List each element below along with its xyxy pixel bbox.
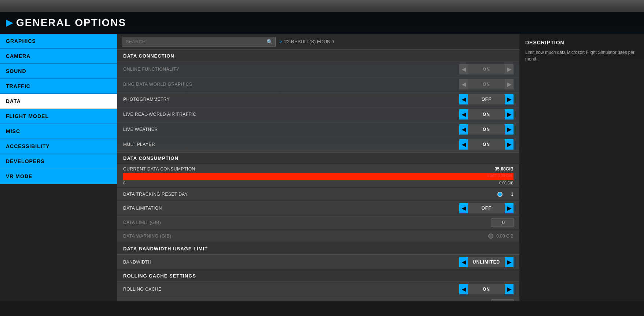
tracking-reset-value: 1	[506, 192, 514, 197]
sidebar-item-sound[interactable]: SOUND	[0, 64, 117, 79]
bandwidth-left-btn[interactable]: ◀	[459, 257, 468, 267]
multiplayer-value: ON	[468, 139, 505, 150]
bandwidth-right-btn[interactable]: ▶	[505, 257, 514, 267]
sidebar-item-accessibility[interactable]: ACCESSIBILITY	[0, 139, 117, 154]
photogrammetry-value: OFF	[468, 94, 505, 104]
section-data-consumption: DATA CONSUMPTION	[117, 152, 519, 164]
live-weather-control: ◀ ON ▶	[459, 124, 514, 135]
sidebar-item-misc[interactable]: MISC	[0, 124, 117, 139]
main-container: ▶ GENERAL OPTIONS GRAPHICS CAMERA SOUND …	[0, 12, 644, 301]
search-icon: 🔍	[266, 39, 273, 45]
data-limitation-left-btn[interactable]: ◀	[459, 203, 468, 213]
live-traffic-right-btn[interactable]: ▶	[505, 109, 514, 120]
data-limit-input[interactable]	[492, 218, 514, 227]
sidebar-item-vr-mode[interactable]: VR MODE	[0, 169, 117, 184]
sidebar-label-flight-model: FLIGHT MODEL	[6, 113, 49, 119]
data-limitation-value: OFF	[468, 203, 505, 213]
bing-data-right-btn[interactable]: ▶	[505, 79, 514, 89]
main-panel: 🔍 > 22 RESULT(S) FOUND DATA CONNECTION O…	[117, 34, 519, 301]
page-title: GENERAL OPTIONS	[16, 17, 126, 29]
live-weather-value: ON	[468, 124, 505, 135]
sidebar-item-developers[interactable]: DEVELOPERS	[0, 154, 117, 169]
results-text: 22 RESULT(S) FOUND	[284, 39, 334, 44]
sidebar-label-developers: DEVELOPERS	[6, 158, 45, 164]
multiplayer-right-btn[interactable]: ▶	[505, 139, 514, 150]
photogrammetry-label: PHOTOGRAMMETRY	[123, 97, 459, 102]
data-limitation-label: DATA LIMITATION	[123, 206, 459, 211]
sidebar-item-graphics[interactable]: GRAPHICS	[0, 34, 117, 49]
data-limitation-right-btn[interactable]: ▶	[505, 203, 514, 213]
setting-bing-data: BING DATA WORLD GRAPHICS ◀ ON ▶	[117, 77, 519, 92]
photogrammetry-left-btn[interactable]: ◀	[459, 94, 468, 104]
online-functionality-value: ON	[468, 64, 505, 74]
sidebar-item-traffic[interactable]: TRAFFIC	[0, 79, 117, 94]
multiplayer-label: MULTIPLAYER	[123, 142, 459, 147]
progress-bar: LIMIT 0.00 GiB	[123, 173, 514, 180]
photogrammetry-right-btn[interactable]: ▶	[505, 94, 514, 104]
results-count: > 22 RESULT(S) FOUND	[279, 39, 334, 44]
data-limit-control	[492, 218, 514, 227]
online-functionality-left-btn[interactable]: ◀	[459, 64, 468, 74]
setting-rolling-cache-limit: ROLLING CACHE LIMIT (GiB)	[117, 297, 519, 301]
search-input-wrapper: 🔍	[122, 37, 276, 47]
description-text: Limit how much data Microsoft Flight Sim…	[525, 49, 638, 62]
limit-label: LIMIT 0.00 GiB	[487, 174, 512, 178]
data-limitation-control: ◀ OFF ▶	[459, 203, 514, 213]
section-data-connection: DATA CONNECTION	[117, 50, 519, 62]
sidebar-label-traffic: TRAFFIC	[6, 83, 30, 89]
sidebar-item-camera[interactable]: CAMERA	[0, 49, 117, 64]
live-weather-right-btn[interactable]: ▶	[505, 124, 514, 135]
sidebar-label-vr-mode: VR MODE	[6, 173, 32, 179]
bandwidth-label: BANDWIDTH	[123, 260, 459, 265]
live-traffic-label: LIVE REAL-WORLD AIR TRAFFIC	[123, 112, 459, 117]
bing-data-left-btn[interactable]: ◀	[459, 79, 468, 89]
sidebar-label-misc: MISC	[6, 128, 20, 134]
bottom-bar	[0, 301, 644, 316]
bing-data-control: ◀ ON ▶	[459, 79, 514, 89]
live-weather-left-btn[interactable]: ◀	[459, 124, 468, 135]
setting-tracking-reset: DATA TRACKING RESET DAY 1	[117, 188, 519, 201]
live-weather-label: LIVE WEATHER	[123, 127, 459, 132]
sidebar-label-accessibility: ACCESSIBILITY	[6, 143, 50, 149]
online-functionality-right-btn[interactable]: ▶	[505, 64, 514, 74]
sidebar-label-data: DATA	[6, 98, 21, 104]
live-traffic-value: ON	[468, 109, 505, 120]
section-rolling-cache: ROLLING CACHE SETTINGS	[117, 270, 519, 282]
description-title: DESCRIPTION	[525, 40, 638, 45]
search-input[interactable]	[122, 37, 276, 47]
bar-min-label: 0	[123, 181, 125, 185]
setting-online-functionality: ONLINE FUNCTIONALITY ◀ ON ▶	[117, 62, 519, 77]
header-arrow-icon: ▶	[6, 18, 12, 28]
bing-data-label: BING DATA WORLD GRAPHICS	[123, 82, 459, 87]
multiplayer-control: ◀ ON ▶	[459, 139, 514, 150]
setting-photogrammetry: PHOTOGRAMMETRY ◀ OFF ▶	[117, 92, 519, 107]
bandwidth-control: ◀ UNLIMITED ▶	[459, 257, 514, 267]
live-traffic-left-btn[interactable]: ◀	[459, 109, 468, 120]
radio-dot-icon[interactable]	[497, 192, 503, 197]
bandwidth-value: UNLIMITED	[468, 257, 505, 267]
sidebar-item-data[interactable]: DATA	[0, 94, 117, 109]
multiplayer-left-btn[interactable]: ◀	[459, 139, 468, 150]
sidebar-label-camera: CAMERA	[6, 53, 30, 59]
sidebar-label-graphics: GRAPHICS	[6, 38, 36, 44]
rolling-cache-value: ON	[468, 284, 505, 294]
rolling-cache-right-btn[interactable]: ▶	[505, 284, 514, 294]
data-warning-label: DATA WARNING (GiB)	[123, 234, 488, 239]
settings-content[interactable]: DATA CONNECTION ONLINE FUNCTIONALITY ◀ O…	[117, 50, 519, 301]
progress-bar-labels: 0 0.00 GiB	[123, 181, 514, 185]
sidebar: GRAPHICS CAMERA SOUND TRAFFIC DATA FLIGH…	[0, 34, 117, 301]
data-limit-label: DATA LIMIT (GiB)	[123, 220, 492, 225]
online-functionality-label: ONLINE FUNCTIONALITY	[123, 67, 459, 72]
tracking-control: 1	[497, 192, 514, 197]
rolling-cache-left-btn[interactable]: ◀	[459, 284, 468, 294]
section-bandwidth: DATA BANDWIDTH USAGE LIMIT	[117, 243, 519, 255]
top-bar	[0, 0, 644, 12]
consumption-label-row: CURRENT DATA CONSUMPTION 35.68GiB	[123, 166, 514, 172]
online-functionality-control: ◀ ON ▶	[459, 64, 514, 74]
search-bar: 🔍 > 22 RESULT(S) FOUND	[117, 34, 519, 50]
sidebar-item-flight-model[interactable]: FLIGHT MODEL	[0, 109, 117, 124]
data-warning-value: 0.00 GiB	[496, 234, 514, 239]
rolling-cache-label: ROLLING CACHE	[123, 287, 459, 292]
data-warning-control: 0.00 GiB	[488, 234, 514, 239]
bar-max-label: 0.00 GiB	[499, 181, 514, 185]
